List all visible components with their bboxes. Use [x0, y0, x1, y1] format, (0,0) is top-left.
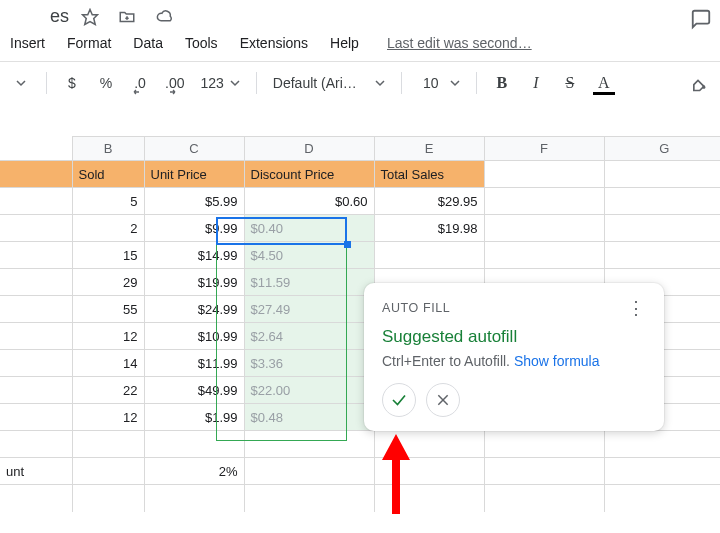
svg-marker-0 — [83, 9, 98, 24]
move-to-folder-icon[interactable] — [117, 8, 137, 26]
bold-button[interactable]: B — [493, 74, 511, 92]
close-icon — [435, 392, 451, 408]
col-header-b[interactable]: B — [72, 137, 144, 161]
strikethrough-button[interactable]: S — [561, 74, 579, 92]
column-header-row: B C D E F G — [0, 137, 720, 161]
last-edit-link[interactable]: Last edit was second… — [387, 35, 532, 51]
star-icon[interactable] — [81, 8, 99, 26]
format-currency-button[interactable]: $ — [63, 75, 81, 91]
header-discount-price[interactable]: Discount Price — [244, 161, 374, 188]
cloud-status-icon[interactable] — [155, 8, 175, 26]
header-total-sales[interactable]: Total Sales — [374, 161, 484, 188]
text-color-button[interactable]: A — [595, 74, 613, 92]
title-fragment: es — [50, 6, 69, 27]
separator — [476, 72, 477, 94]
separator — [401, 72, 402, 94]
italic-button[interactable]: I — [527, 74, 545, 92]
table-row: 5$5.99$0.60$29.95 — [0, 188, 720, 215]
autofill-card-label: AUTO FILL — [382, 301, 450, 315]
decrease-decimal-button[interactable]: .0 — [131, 75, 149, 91]
table-row: 15$14.99$4.50 — [0, 242, 720, 269]
menu-bar: Insert Format Data Tools Extensions Help… — [0, 29, 720, 62]
col-header-e[interactable]: E — [374, 137, 484, 161]
menu-tools[interactable]: Tools — [185, 35, 218, 51]
table-header-row: Sold Unit Price Discount Price Total Sal… — [0, 161, 720, 188]
header-sold[interactable]: Sold — [72, 161, 144, 188]
number-format-dropdown[interactable]: 123 — [200, 75, 239, 91]
menu-format[interactable]: Format — [67, 35, 111, 51]
comment-history-icon[interactable] — [690, 8, 712, 30]
autofill-card: AUTO FILL ⋮ Suggested autofill Ctrl+Ente… — [364, 283, 664, 431]
col-header-g[interactable]: G — [604, 137, 720, 161]
fill-handle[interactable] — [344, 241, 351, 248]
increase-decimal-button[interactable]: .00 — [165, 75, 184, 91]
font-size-dropdown[interactable]: 10 — [418, 75, 460, 91]
menu-help[interactable]: Help — [330, 35, 359, 51]
table-row: 2$9.99$0.40$19.98 — [0, 215, 720, 242]
separator — [46, 72, 47, 94]
menu-extensions[interactable]: Extensions — [240, 35, 308, 51]
col-header-f[interactable]: F — [484, 137, 604, 161]
autofill-card-hint: Ctrl+Enter to Autofill. — [382, 353, 514, 369]
chevron-down-icon[interactable] — [12, 78, 30, 88]
col-header-d[interactable]: D — [244, 137, 374, 161]
table-row: unt2% — [0, 458, 720, 485]
fill-color-button[interactable] — [688, 73, 708, 93]
table-row — [0, 431, 720, 458]
separator — [256, 72, 257, 94]
menu-data[interactable]: Data — [133, 35, 163, 51]
toolbar: $ % .0 .00 123 Default (Ari… 10 B I S A — [0, 62, 720, 104]
accept-autofill-button[interactable] — [382, 383, 416, 417]
check-icon — [390, 391, 408, 409]
more-options-icon[interactable]: ⋮ — [627, 299, 646, 317]
reject-autofill-button[interactable] — [426, 383, 460, 417]
autofill-card-title: Suggested autofill — [382, 327, 646, 347]
header-unit-price[interactable]: Unit Price — [144, 161, 244, 188]
table-row — [0, 485, 720, 512]
col-header-c[interactable]: C — [144, 137, 244, 161]
format-percent-button[interactable]: % — [97, 75, 115, 91]
menu-insert[interactable]: Insert — [10, 35, 45, 51]
show-formula-link[interactable]: Show formula — [514, 353, 600, 369]
font-family-dropdown[interactable]: Default (Ari… — [273, 75, 385, 91]
